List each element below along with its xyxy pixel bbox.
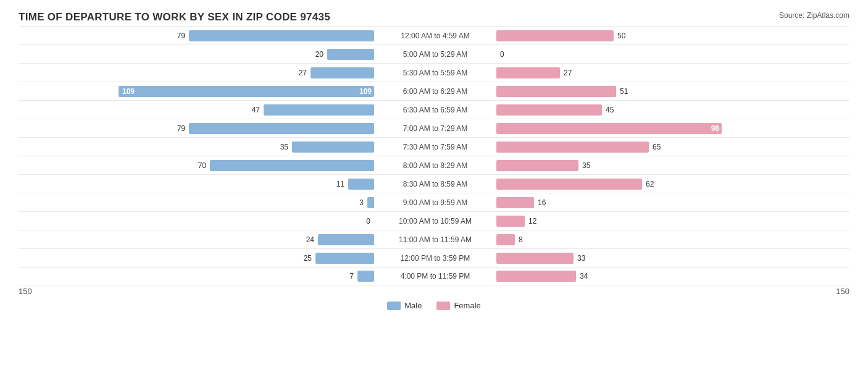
bar-value-female: 35 [582, 161, 595, 170]
bar-value-male: 35 [276, 143, 288, 151]
bar-value-female: 12 [528, 217, 541, 226]
table-row: 0 10:00 AM to 10:59 AM 12 [19, 211, 849, 230]
table-row: 27 5:30 AM to 5:59 AM 27 [19, 63, 849, 82]
time-label: 12:00 PM to 3:59 PM [377, 254, 494, 263]
right-section: 62 [494, 179, 852, 190]
table-row: 25 12:00 PM to 3:59 PM 33 [19, 248, 849, 267]
chart-container: TIME OF DEPARTURE TO WORK BY SEX IN ZIP … [0, 0, 868, 329]
bar-value-male: 47 [248, 106, 260, 114]
table-row: 35 7:30 AM to 7:59 AM 65 [19, 137, 849, 156]
left-section: 27 [19, 67, 377, 78]
right-section: 33 [494, 253, 852, 264]
table-row: 47 6:30 AM to 6:59 AM 45 [19, 100, 849, 119]
right-section: 35 [494, 160, 852, 171]
right-section: 12 [494, 216, 852, 227]
legend-female: Female [436, 301, 480, 310]
left-section: 0 [19, 216, 377, 227]
time-label: 8:00 AM to 8:29 AM [377, 161, 494, 170]
bar-value-male: 79 [173, 124, 185, 133]
female-bar [496, 253, 574, 264]
time-label: 7:30 AM to 7:59 AM [377, 143, 494, 151]
male-bar [292, 141, 374, 153]
bar-value-male-inside: 109 [122, 87, 135, 96]
male-label: Male [404, 301, 422, 310]
table-row: 109 109 6:00 AM to 6:29 AM 51 [19, 82, 849, 100]
female-swatch [436, 302, 450, 310]
female-bar [496, 216, 525, 227]
table-row: 7 4:00 PM to 11:59 PM 34 [19, 267, 849, 285]
right-section: 8 [494, 234, 852, 245]
bar-value-male: 25 [299, 254, 312, 263]
left-section: 79 [19, 123, 377, 134]
time-label: 11:00 AM to 11:59 AM [377, 235, 494, 244]
left-section: 35 [19, 141, 377, 153]
right-section: 34 [494, 271, 852, 282]
table-row: 79 7:00 AM to 7:29 AM 96 [19, 119, 849, 137]
left-section: 7 [19, 271, 377, 282]
left-section: 3 [19, 197, 377, 208]
bar-value-male: 79 [173, 32, 185, 40]
bottom-axis-right: 150 [836, 287, 849, 296]
right-section: 16 [494, 197, 852, 208]
source-text: Source: ZipAtlas.com [779, 11, 849, 20]
male-bar [315, 253, 374, 264]
time-label: 6:00 AM to 6:29 AM [377, 87, 494, 96]
female-bar [496, 123, 722, 134]
bar-value-male: 24 [302, 235, 314, 244]
time-label: 6:30 AM to 6:59 AM [377, 106, 494, 114]
bottom-axis: 150 150 [19, 287, 849, 296]
female-bar [496, 160, 578, 171]
female-bar [496, 30, 614, 41]
male-bar [357, 271, 374, 282]
bar-value-female: 27 [564, 69, 576, 77]
table-row: 20 5:00 AM to 5:29 AM 0 [19, 44, 849, 63]
male-bar [189, 30, 374, 41]
left-section: 20 [19, 49, 377, 60]
male-bar [210, 160, 374, 171]
bar-value-female: 62 [646, 180, 658, 188]
time-label: 4:00 PM to 11:59 PM [377, 272, 494, 281]
female-label: Female [454, 301, 480, 310]
bar-value-male: 27 [294, 69, 307, 77]
male-bar [318, 234, 374, 245]
female-bar [496, 179, 642, 190]
bar-value-female: 65 [653, 143, 665, 151]
male-swatch [387, 302, 401, 310]
left-section: 79 [19, 30, 377, 41]
table-row: 24 11:00 AM to 11:59 AM 8 [19, 230, 849, 248]
right-section: 96 [494, 123, 852, 134]
female-bar [496, 67, 560, 78]
bar-value-female: 33 [577, 254, 590, 263]
left-section: 109 109 [19, 86, 377, 97]
time-label: 5:30 AM to 5:59 AM [377, 69, 494, 77]
bar-value-male: 70 [194, 161, 206, 170]
bar-value-male: 3 [351, 198, 364, 207]
legend-male: Male [387, 301, 422, 310]
time-label: 10:00 AM to 10:59 AM [377, 217, 494, 226]
bar-value-female-inside: 96 [711, 124, 719, 133]
chart-title: TIME OF DEPARTURE TO WORK BY SEX IN ZIP … [19, 11, 330, 23]
right-section: 27 [494, 67, 852, 78]
left-section: 25 [19, 253, 377, 264]
time-label: 5:00 AM to 5:29 AM [377, 50, 494, 59]
female-bar [496, 271, 576, 282]
left-section: 47 [19, 104, 377, 116]
bar-value-male: 0 [358, 217, 370, 226]
right-section: 51 [494, 86, 852, 97]
bar-value-female: 0 [500, 50, 512, 59]
bar-value-female: 51 [620, 87, 632, 96]
male-bar [367, 197, 374, 208]
female-bar [496, 197, 534, 208]
bar-value-female: 50 [617, 32, 630, 40]
chart-area: 79 12:00 AM to 4:59 AM 50 20 [19, 26, 849, 310]
bar-value-male: 109 [359, 87, 372, 96]
female-bar [496, 86, 616, 97]
right-section: 50 [494, 30, 852, 41]
male-bar [119, 86, 374, 97]
left-section: 11 [19, 179, 377, 190]
bar-value-male: 7 [341, 272, 354, 281]
left-section: 24 [19, 234, 377, 245]
table-row: 79 12:00 AM to 4:59 AM 50 [19, 26, 849, 44]
table-row: 3 9:00 AM to 9:59 AM 16 [19, 193, 849, 211]
bar-value-male: 20 [311, 50, 323, 59]
